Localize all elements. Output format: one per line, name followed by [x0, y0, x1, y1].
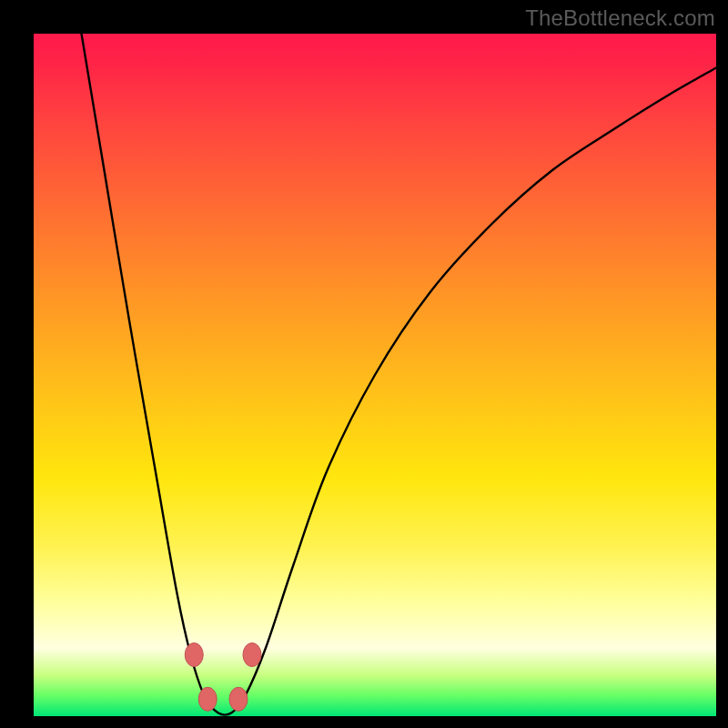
plot-area: [34, 34, 716, 716]
curve-svg: [34, 34, 716, 716]
curve-marker: [198, 687, 217, 711]
curve-marker: [243, 643, 261, 667]
curve-marker: [229, 687, 248, 711]
chart-frame: TheBottleneck.com: [0, 0, 728, 728]
bottleneck-curve: [82, 34, 717, 715]
curve-marker: [185, 643, 203, 667]
watermark-text: TheBottleneck.com: [525, 5, 715, 31]
